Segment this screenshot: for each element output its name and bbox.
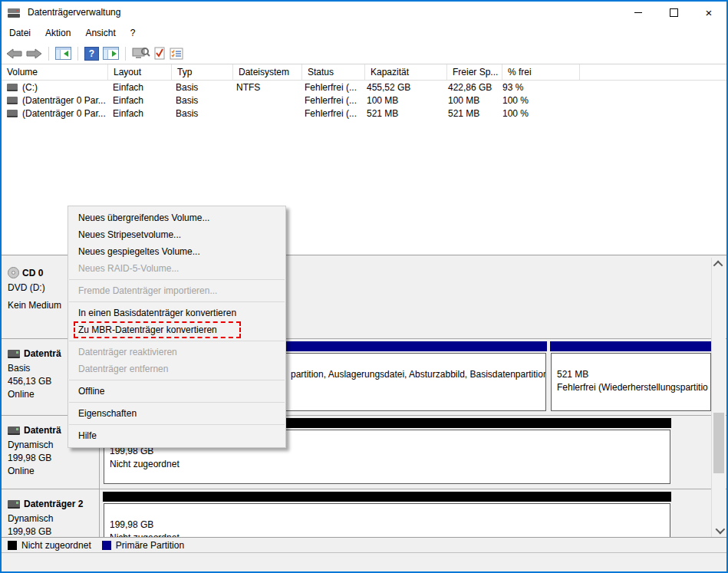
chevron-down-icon <box>715 525 725 535</box>
unallocated-bar <box>103 492 671 502</box>
cell-status: Fehlerfrei (... <box>299 108 361 119</box>
column-header-prozent-frei[interactable]: % frei <box>502 64 580 80</box>
disk2-name: Datenträger 2 <box>24 499 83 509</box>
maximize-button[interactable] <box>656 2 691 23</box>
unallocated-swatch <box>8 541 17 550</box>
disk-management-window: Datenträgerverwaltung × Datei Aktion Ans… <box>0 0 728 573</box>
console-tree-button[interactable] <box>55 47 71 60</box>
cell-kapazitaet: 521 MB <box>361 108 443 119</box>
close-icon: × <box>706 7 713 18</box>
legend-unallocated: Nicht zugeordnet <box>8 540 91 551</box>
menu-help[interactable]: ? <box>130 26 143 40</box>
toolbar-separator <box>77 47 78 61</box>
volume-icon <box>7 97 18 104</box>
menu-ansicht[interactable]: Ansicht <box>85 26 122 40</box>
report-button[interactable] <box>154 47 166 60</box>
menu-item-neues-stripesetvolume[interactable]: Neues Stripesetvolume... <box>68 226 285 243</box>
cell-typ: Basis <box>170 108 231 119</box>
column-header-kapazitaet[interactable]: Kapazität <box>365 64 447 80</box>
disk-context-menu: Neues übergreifendes Volume... Neues Str… <box>68 206 286 448</box>
menu-item-zu-mbr-datentraeger-konvertieren[interactable]: Zu MBR-Datenträger konvertieren <box>68 321 285 338</box>
row-separator <box>2 489 726 489</box>
cell-status: Fehlerfrei (... <box>299 82 361 93</box>
menu-item-neues-uebergreifendes-volume[interactable]: Neues übergreifendes Volume... <box>68 209 285 226</box>
forward-button[interactable] <box>26 48 42 59</box>
partition-status: Nicht zugeordnet <box>110 532 670 537</box>
cell-kapazitaet: 455,52 GB <box>361 82 443 93</box>
unallocated-space-disk2[interactable]: 199,98 GB Nicht zugeordnet <box>103 492 671 537</box>
table-row[interactable]: (Datenträger 0 Par... Einfach Basis Fehl… <box>2 94 726 107</box>
close-button[interactable]: × <box>691 2 726 23</box>
help-button[interactable]: ? <box>84 47 99 61</box>
partition-status: Nicht zugeordnet <box>110 458 670 471</box>
app-disk-icon <box>8 7 21 18</box>
disk1-name: Datenträ <box>24 425 61 436</box>
disk1-size: 199,98 GB <box>8 452 99 465</box>
cell-prozent-frei: 93 % <box>497 82 574 93</box>
menu-item-in-basisdatentraeger-konvertieren[interactable]: In einen Basisdatenträger konvertieren <box>68 305 285 321</box>
list-header: Volume Layout Typ Dateisystem Status Kap… <box>2 64 726 81</box>
partition-recovery[interactable]: 521 MB Fehlerfrei (Wiederherstellungspar… <box>550 341 712 412</box>
menu-item-eigenschaften[interactable]: Eigenschaften <box>68 405 285 422</box>
menu-datei[interactable]: Datei <box>9 26 38 40</box>
menu-item-fremde-datentraeger-importieren: Fremde Datenträger importieren... <box>68 282 285 299</box>
menu-separator <box>69 301 285 302</box>
toolbar-separator <box>125 47 126 61</box>
cell-typ: Basis <box>170 95 231 106</box>
partition-status: Fehlerfrei (Wiederherstellungspartitio <box>557 381 710 394</box>
forward-icon <box>26 48 42 59</box>
volume-icon <box>7 110 18 117</box>
table-row[interactable]: (C:) Einfach Basis NTFS Fehlerfrei (... … <box>2 81 726 94</box>
disk2-type: Dynamisch <box>8 512 99 525</box>
column-header-status[interactable]: Status <box>302 64 365 80</box>
cell-kapazitaet: 100 MB <box>361 95 443 106</box>
action-pane-button[interactable] <box>103 47 119 60</box>
back-button[interactable] <box>6 48 22 59</box>
legend-bar: Nicht zugeordnet Primäre Partition <box>2 537 726 552</box>
menu-item-hilfe[interactable]: Hilfe <box>68 427 285 444</box>
menu-item-offline[interactable]: Offline <box>68 383 285 400</box>
cd-name: CD 0 <box>22 268 43 278</box>
disk-icon <box>8 350 20 358</box>
rescan-button[interactable] <box>132 47 150 60</box>
table-row[interactable]: (Datenträger 0 Par... Einfach Basis Fehl… <box>2 107 726 120</box>
volume-name: (Datenträger 0 Par... <box>22 95 106 106</box>
scroll-up-button[interactable] <box>712 258 726 271</box>
cell-layout: Einfach <box>107 95 170 106</box>
menu-item-neues-raid5-volume: Neues RAID-5-Volume... <box>68 260 285 277</box>
menu-separator <box>69 380 285 380</box>
menu-item-neues-gespiegeltes-volume[interactable]: Neues gespiegeltes Volume... <box>68 243 285 260</box>
checklist-button[interactable] <box>170 48 183 60</box>
column-header-layout[interactable]: Layout <box>108 64 172 80</box>
disk2-size: 199,98 GB <box>8 525 99 537</box>
action-pane-icon <box>103 47 119 60</box>
legend-primary-partition: Primäre Partition <box>102 540 184 551</box>
disk-icon <box>8 500 20 509</box>
column-header-typ[interactable]: Typ <box>172 64 233 80</box>
volume-name: (C:) <box>22 82 38 93</box>
column-header-volume[interactable]: Volume <box>2 64 108 80</box>
column-header-filler <box>580 64 726 80</box>
cell-freier-sp: 521 MB <box>443 108 497 119</box>
window-title: Datenträgerverwaltung <box>28 7 120 18</box>
column-header-dateisystem[interactable]: Dateisystem <box>233 64 302 80</box>
menu-aktion[interactable]: Aktion <box>45 26 77 40</box>
cd-icon <box>8 267 19 278</box>
disk-icon <box>8 426 20 435</box>
column-header-freier-sp[interactable]: Freier Sp... <box>447 64 502 80</box>
disk2-panel[interactable]: Datenträger 2 Dynamisch 199,98 GB Online <box>2 489 100 537</box>
scrollbar-thumb[interactable] <box>713 413 724 473</box>
status-strip <box>2 552 726 572</box>
menu-item-label: Zu MBR-Datenträger konvertieren <box>78 324 217 335</box>
volume-name: (Datenträger 0 Par... <box>22 108 106 119</box>
vertical-scrollbar[interactable] <box>711 258 726 537</box>
menu-item-datentraeger-reaktivieren: Datenträger reaktivieren <box>68 344 285 361</box>
maximize-icon <box>670 8 678 17</box>
legend-label: Nicht zugeordnet <box>21 540 91 551</box>
scroll-down-button[interactable] <box>712 524 726 537</box>
cell-layout: Einfach <box>107 108 170 119</box>
disk0-name: Datenträ <box>24 348 61 359</box>
minimize-button[interactable] <box>621 2 656 23</box>
partition-size: 199,98 GB <box>110 519 670 532</box>
cell-status: Fehlerfrei (... <box>299 95 361 106</box>
